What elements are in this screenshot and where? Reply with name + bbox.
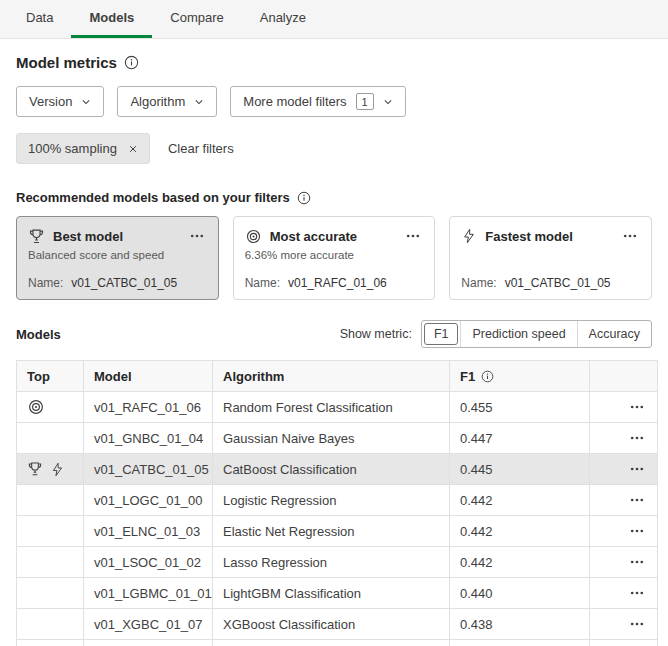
model-name-cell: v01_LOGC_01_00 xyxy=(84,485,213,516)
row-menu-button[interactable] xyxy=(627,583,647,603)
more-model-filters-button[interactable]: More model filters 1 xyxy=(230,86,405,117)
model-name-cell: v01_RAFC_01_06 xyxy=(84,392,213,423)
metric-cell: 0.455 xyxy=(450,392,590,423)
algorithm-cell: Logistic Regression xyxy=(213,485,450,516)
model-name-cell: v01_XGBC_01_07 xyxy=(84,609,213,640)
card-menu-button[interactable] xyxy=(403,226,423,246)
name-value: v01_CATBC_01_05 xyxy=(71,276,177,290)
recommended-cards: Best model Balanced score and speed Name… xyxy=(16,216,652,300)
row-menu-button[interactable] xyxy=(627,552,647,572)
most-accurate-card-name: Name: v01_RAFC_01_06 xyxy=(245,276,424,290)
algorithm-cell: LightGBM Classification xyxy=(213,578,450,609)
model-name-cell: v01_ELNC_01_03 xyxy=(84,516,213,547)
recommended-heading-row: Recommended models based on your filters xyxy=(16,190,652,205)
row-menu-button[interactable] xyxy=(627,521,647,541)
column-header-top[interactable]: Top xyxy=(17,361,84,392)
table-row[interactable]: v01_CATBC_01_05 CatBoost Classification … xyxy=(17,454,658,485)
name-label: Name: xyxy=(245,276,280,290)
name-label: Name: xyxy=(28,276,63,290)
version-filter-label: Version xyxy=(29,94,72,109)
models-toolbar: Models Show metric: F1 Prediction speed … xyxy=(16,320,652,348)
best-model-card-title: Best model xyxy=(53,229,123,244)
row-menu-button[interactable] xyxy=(627,397,647,417)
table-row[interactable]: v01_ELNC_01_03 Elastic Net Regression 0.… xyxy=(17,516,658,547)
clear-filters-button[interactable]: Clear filters xyxy=(168,141,234,156)
row-menu-button[interactable] xyxy=(627,614,647,634)
table-row[interactable]: v01_RAFC_01_06 Random Forest Classificat… xyxy=(17,392,658,423)
bolt-icon xyxy=(461,228,477,244)
tab-analyze[interactable]: Analyze xyxy=(242,0,324,38)
top-tab-bar: Data Models Compare Analyze xyxy=(0,0,668,39)
models-heading: Models xyxy=(16,327,61,342)
table-header-row: Top Model Algorithm F1 xyxy=(17,361,658,392)
column-header-model[interactable]: Model xyxy=(84,361,213,392)
page-title: Model metrics xyxy=(16,54,117,71)
show-metric-label: Show metric: xyxy=(340,327,412,341)
sampling-filter-chip[interactable]: 100% sampling xyxy=(16,133,150,164)
recommended-heading: Recommended models based on your filters xyxy=(16,190,290,205)
tab-compare[interactable]: Compare xyxy=(152,0,241,38)
metric-option-f1[interactable]: F1 xyxy=(424,323,459,345)
chevron-down-icon xyxy=(383,97,393,107)
algorithm-cell: Logistic Regression xyxy=(213,640,450,646)
chevron-down-icon xyxy=(81,97,91,107)
models-table: Top Model Algorithm F1 v01_RAFC_01_06 Ra… xyxy=(16,360,658,646)
algorithm-cell: Random Forest Classification xyxy=(213,392,450,423)
best-model-card[interactable]: Best model Balanced score and speed Name… xyxy=(16,216,219,300)
most-accurate-card-subtitle: 6.36% more accurate xyxy=(245,249,424,261)
tab-compare-label: Compare xyxy=(170,10,223,25)
card-menu-button[interactable] xyxy=(187,226,207,246)
column-header-metric-label: F1 xyxy=(460,369,475,384)
info-icon[interactable] xyxy=(124,55,139,70)
info-icon[interactable] xyxy=(481,370,494,383)
table-row[interactable]: v01_LSOC_01_02 Lasso Regression 0.442 xyxy=(17,547,658,578)
best-model-card-name: Name: v01_CATBC_01_05 xyxy=(28,276,207,290)
algorithm-cell: Gaussian Naive Bayes xyxy=(213,423,450,454)
metric-cell: 0.447 xyxy=(450,423,590,454)
column-header-algorithm[interactable]: Algorithm xyxy=(213,361,450,392)
algorithm-filter-button[interactable]: Algorithm xyxy=(117,86,217,117)
model-name-cell: v01_LGBMC_01_01 xyxy=(84,578,213,609)
trophy-icon xyxy=(28,228,45,245)
tab-models-label: Models xyxy=(89,10,134,25)
best-model-card-header: Best model xyxy=(28,226,207,246)
active-filters-row: 100% sampling Clear filters xyxy=(16,133,652,164)
table-row[interactable]: v01_LOGC_00_01 Logistic Regression 0.433 xyxy=(17,640,658,646)
trophy-icon xyxy=(27,461,43,477)
metric-cell: 0.445 xyxy=(450,454,590,485)
version-filter-button[interactable]: Version xyxy=(16,86,104,117)
model-name-cell: v01_LOGC_00_01 xyxy=(84,640,213,646)
row-menu-button[interactable] xyxy=(627,490,647,510)
remove-filter-icon[interactable] xyxy=(128,144,138,154)
name-label: Name: xyxy=(461,276,496,290)
algorithm-cell: Elastic Net Regression xyxy=(213,516,450,547)
row-menu-button[interactable] xyxy=(627,428,647,448)
card-menu-button[interactable] xyxy=(620,226,640,246)
column-header-metric[interactable]: F1 xyxy=(450,361,590,392)
bolt-icon xyxy=(50,462,65,477)
table-row[interactable]: v01_LOGC_01_00 Logistic Regression 0.442 xyxy=(17,485,658,516)
model-name-cell: v01_CATBC_01_05 xyxy=(84,454,213,485)
fastest-model-card[interactable]: Fastest model Name: v01_CATBC_01_05 xyxy=(449,216,652,300)
tab-data[interactable]: Data xyxy=(8,0,71,38)
table-row[interactable]: v01_GNBC_01_04 Gaussian Naive Bayes 0.44… xyxy=(17,423,658,454)
tab-models[interactable]: Models xyxy=(71,0,152,38)
row-menu-button[interactable] xyxy=(627,459,647,479)
table-row[interactable]: v01_XGBC_01_07 XGBoost Classification 0.… xyxy=(17,609,658,640)
name-value: v01_CATBC_01_05 xyxy=(505,276,611,290)
metric-cell: 0.442 xyxy=(450,485,590,516)
metric-cell: 0.440 xyxy=(450,578,590,609)
sampling-filter-chip-label: 100% sampling xyxy=(28,141,117,156)
algorithm-filter-label: Algorithm xyxy=(130,94,185,109)
model-name-cell: v01_LSOC_01_02 xyxy=(84,547,213,578)
metric-cell: 0.442 xyxy=(450,516,590,547)
table-row[interactable]: v01_LGBMC_01_01 LightGBM Classification … xyxy=(17,578,658,609)
metric-option-accuracy[interactable]: Accuracy xyxy=(577,321,651,347)
most-accurate-card-header: Most accurate xyxy=(245,226,424,246)
more-model-filters-label: More model filters xyxy=(243,94,346,109)
metric-option-prediction-speed[interactable]: Prediction speed xyxy=(460,321,576,347)
info-icon[interactable] xyxy=(297,191,311,205)
name-value: v01_RAFC_01_06 xyxy=(288,276,387,290)
most-accurate-card[interactable]: Most accurate 6.36% more accurate Name: … xyxy=(233,216,436,300)
column-header-actions xyxy=(590,361,658,392)
